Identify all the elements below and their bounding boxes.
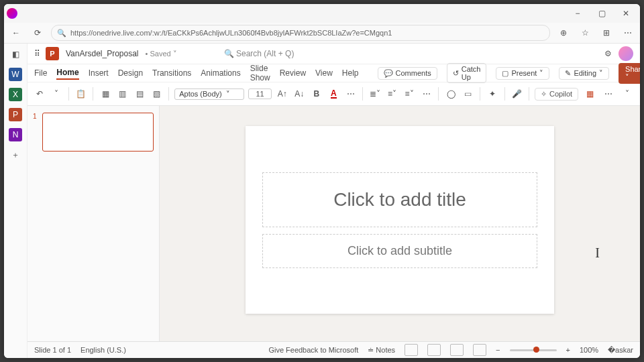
zoom-slider[interactable] — [510, 349, 557, 351]
tab-favicon — [7, 8, 17, 19]
sidebar-powerpoint-icon[interactable]: P — [9, 108, 22, 121]
status-bar: Slide 1 of 1 English (U.S.) Give Feedbac… — [28, 341, 640, 358]
collapse-ribbon-icon[interactable]: ˅ — [620, 86, 635, 101]
tab-help[interactable]: Help — [342, 67, 359, 79]
read-aloud-icon[interactable]: ⊕ — [555, 25, 572, 41]
sidebar-edge-icon[interactable]: ◧ — [9, 48, 22, 61]
pencil-icon: ✎ — [565, 69, 571, 78]
url-input[interactable]: 🔍 https://onedrive.live.com/:w:/t/EaCKkP… — [51, 25, 550, 41]
document-name[interactable]: VanArsdel_Proposal — [66, 49, 139, 58]
slide[interactable]: Click to add title Click to add subtitle — [246, 126, 554, 314]
zoom-in-button[interactable]: + — [566, 346, 570, 354]
arrange-icon[interactable]: ▭ — [462, 86, 475, 101]
catchup-icon: ↺ — [453, 69, 459, 78]
tab-view[interactable]: View — [315, 67, 333, 79]
tab-animations[interactable]: Animations — [201, 67, 240, 79]
editor-area: 1 Click to add title Click to add subtit… — [28, 106, 640, 341]
tab-home[interactable]: Home — [56, 66, 78, 80]
editing-button[interactable]: ✎Editing˅ — [559, 67, 609, 80]
present-icon: ▢ — [502, 69, 508, 78]
font-selector[interactable]: Aptos (Body)˅ — [174, 88, 244, 100]
window-minimize[interactable]: − — [566, 6, 589, 21]
save-state[interactable]: • Saved ˅ — [146, 50, 177, 58]
chevron-down-icon: ˅ — [226, 90, 230, 99]
powerpoint-logo-icon: P — [46, 47, 59, 60]
sidebar-add-icon[interactable]: ＋ — [9, 148, 22, 162]
paste-icon[interactable]: 📋 — [74, 86, 88, 101]
sidebar-excel-icon[interactable]: X — [9, 88, 22, 101]
subtitle-placeholder[interactable]: Click to add subtitle — [262, 234, 537, 268]
sidebar-word-icon[interactable]: W — [9, 68, 22, 81]
slide-thumbnails-pane[interactable]: 1 — [28, 106, 160, 341]
slide-thumbnail-1[interactable] — [42, 113, 154, 152]
slide-counter[interactable]: Slide 1 of 1 — [34, 346, 71, 354]
align-icon[interactable]: ≡˅ — [402, 86, 416, 101]
new-slide-icon[interactable]: ▦ — [99, 86, 112, 101]
user-avatar[interactable] — [619, 46, 633, 61]
tab-slideshow[interactable]: Slide Show — [250, 62, 270, 84]
thumbnail-number: 1 — [33, 113, 37, 120]
shapes-icon[interactable]: ◯ — [444, 86, 458, 101]
section-icon[interactable]: ▧ — [150, 86, 164, 101]
copilot-icon: ✧ — [541, 90, 547, 99]
tab-file[interactable]: File — [34, 67, 47, 79]
zoom-out-button[interactable]: − — [496, 346, 500, 354]
language-indicator[interactable]: English (U.S.) — [80, 346, 126, 354]
notes-button[interactable]: ≐ Notes — [368, 346, 395, 355]
share-button[interactable]: Share ˅ — [619, 63, 640, 84]
tab-design[interactable]: Design — [118, 67, 143, 79]
chevron-down-icon: ˅ — [599, 69, 603, 78]
bullets-icon[interactable]: ≣˅ — [368, 86, 382, 101]
numbering-icon[interactable]: ≡˅ — [386, 86, 399, 101]
search-icon: 🔍 — [224, 49, 234, 58]
tab-transitions[interactable]: Transitions — [152, 67, 191, 79]
slide-canvas-area[interactable]: Click to add title Click to add subtitle… — [160, 106, 640, 341]
slideshow-view-icon[interactable] — [473, 344, 486, 356]
chevron-down-icon: ˅ — [539, 69, 543, 78]
catchup-button[interactable]: ↺Catch Up — [447, 63, 487, 83]
font-color-button[interactable]: A — [327, 86, 340, 101]
font-size-selector[interactable]: 11 — [248, 88, 272, 99]
more-icon[interactable]: ⋯ — [620, 25, 636, 41]
ribbon-tabs: File Home Insert Design Transitions Anim… — [28, 64, 640, 82]
more-ribbon-icon[interactable]: ⋯ — [601, 86, 616, 101]
favorites-icon[interactable]: ☆ — [577, 25, 593, 41]
addin-icon[interactable]: ▦ — [582, 86, 597, 101]
nav-back-icon[interactable]: ← — [8, 25, 24, 41]
comments-button[interactable]: 💬Comments — [378, 67, 437, 80]
fit-to-window-icon[interactable]: �askar — [608, 346, 633, 355]
increase-font-icon[interactable]: A↑ — [276, 86, 289, 101]
tab-review[interactable]: Review — [280, 67, 306, 79]
comment-icon: 💬 — [384, 69, 393, 78]
settings-icon[interactable]: ⚙ — [604, 49, 612, 58]
designer-icon[interactable]: ✦ — [486, 86, 499, 101]
bold-button[interactable]: B — [310, 86, 323, 101]
browser-urlbar: ← ⟳ 🔍 https://onedrive.live.com/:w:/t/Ea… — [4, 23, 640, 44]
app-header: ⠿ P VanArsdel_Proposal • Saved ˅ 🔍 Searc… — [28, 44, 640, 64]
waffle-icon[interactable]: ⠿ — [34, 49, 39, 58]
collections-icon[interactable]: ⊞ — [598, 25, 614, 41]
browser-titlebar: − ▢ ✕ — [4, 4, 640, 23]
window-maximize[interactable]: ▢ — [590, 6, 613, 21]
more-font-icon[interactable]: ⋯ — [344, 86, 358, 101]
redo-chevron-icon[interactable]: ˅ — [50, 86, 64, 101]
present-button[interactable]: ▢Present˅ — [496, 67, 549, 80]
reset-icon[interactable]: ▤ — [133, 86, 146, 101]
search-box[interactable]: 🔍 Search (Alt + Q) — [224, 49, 294, 58]
normal-view-icon[interactable] — [405, 344, 418, 356]
copilot-button[interactable]: ✧Copilot — [535, 88, 578, 101]
dictate-icon[interactable]: 🎤 — [511, 86, 524, 101]
feedback-link[interactable]: Give Feedback to Microsoft — [268, 346, 358, 354]
more-para-icon[interactable]: ⋯ — [420, 86, 433, 101]
sidebar-onenote-icon[interactable]: N — [9, 128, 22, 141]
title-placeholder[interactable]: Click to add title — [262, 172, 537, 227]
zoom-level[interactable]: 100% — [580, 346, 598, 354]
nav-refresh-icon[interactable]: ⟳ — [30, 25, 46, 41]
tab-insert[interactable]: Insert — [89, 67, 109, 79]
sorter-view-icon[interactable] — [427, 344, 441, 356]
layout-icon[interactable]: ▥ — [116, 86, 129, 101]
window-close[interactable]: ✕ — [614, 6, 637, 21]
reading-view-icon[interactable] — [450, 344, 464, 356]
decrease-font-icon[interactable]: A↓ — [292, 86, 306, 101]
undo-icon[interactable]: ↶ — [33, 86, 46, 101]
